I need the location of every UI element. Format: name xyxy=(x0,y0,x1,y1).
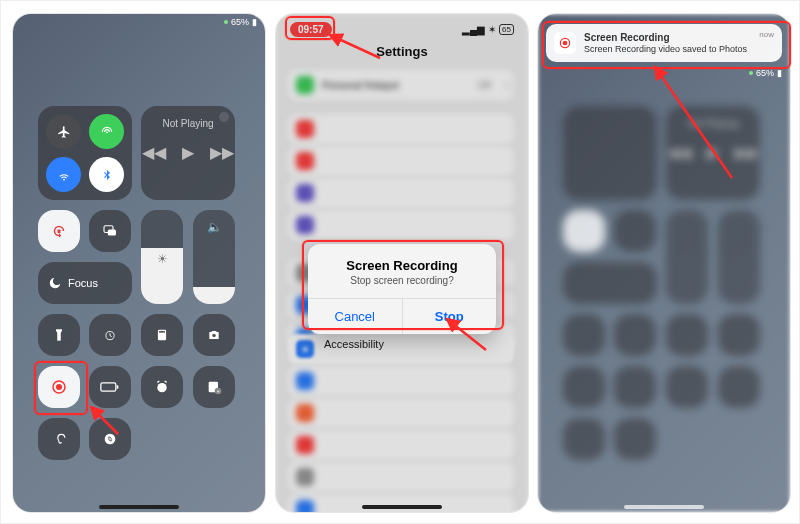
brightness-slider[interactable]: ☀ xyxy=(141,210,183,304)
previous-track-icon[interactable]: ◀◀ xyxy=(142,143,166,162)
svg-rect-5 xyxy=(159,331,165,333)
highlight-notification xyxy=(542,21,791,69)
home-indicator[interactable] xyxy=(362,505,442,509)
svg-rect-2 xyxy=(108,230,116,236)
wifi-toggle[interactable] xyxy=(46,157,81,192)
tutorial-three-panel: 65% ▮ Not Playing ◀◀ ▶ ▶▶ xyxy=(0,0,800,524)
battery-percent: 65% xyxy=(231,17,249,27)
alarm-toggle[interactable] xyxy=(141,366,183,408)
low-power-toggle[interactable] xyxy=(89,366,131,408)
airplay-icon[interactable] xyxy=(219,112,229,122)
status-bar: 65% ▮ xyxy=(749,68,782,78)
battery-icon: ▮ xyxy=(777,68,782,78)
phone-control-center: 65% ▮ Not Playing ◀◀ ▶ ▶▶ xyxy=(13,14,265,512)
volume-slider[interactable]: 🔈 xyxy=(193,210,235,304)
connectivity-tile xyxy=(38,106,132,200)
svg-text:+: + xyxy=(217,389,220,394)
screen-mirroring-toggle[interactable] xyxy=(89,210,131,252)
home-indicator[interactable] xyxy=(99,505,179,509)
moon-icon xyxy=(48,276,62,290)
highlight-dialog xyxy=(302,240,504,330)
recording-indicator-dot xyxy=(224,20,228,24)
highlight-record-button xyxy=(34,361,88,415)
battery-percent: 65% xyxy=(756,68,774,78)
svg-rect-9 xyxy=(101,383,116,391)
recording-indicator-dot xyxy=(749,71,753,75)
now-playing-tile[interactable]: Not Playing ◀◀ ▶ ▶▶ xyxy=(141,106,235,200)
timer-toggle[interactable] xyxy=(89,314,131,356)
notes-toggle[interactable]: + xyxy=(193,366,235,408)
speaker-icon: 🔈 xyxy=(207,220,222,234)
focus-toggle[interactable]: Focus xyxy=(38,262,132,304)
svg-point-11 xyxy=(157,383,166,392)
svg-rect-10 xyxy=(117,385,119,388)
cellular-data-toggle[interactable] xyxy=(89,114,124,149)
rotation-lock-toggle[interactable] xyxy=(38,210,80,252)
flashlight-toggle[interactable] xyxy=(38,314,80,356)
status-bar: 65% ▮ xyxy=(224,17,257,27)
camera-toggle[interactable] xyxy=(193,314,235,356)
calculator-toggle[interactable] xyxy=(141,314,183,356)
shazam-toggle[interactable] xyxy=(89,418,131,460)
battery-icon: ▮ xyxy=(252,17,257,27)
next-track-icon[interactable]: ▶▶ xyxy=(210,143,234,162)
svg-point-6 xyxy=(212,334,216,338)
sun-icon: ☀ xyxy=(157,252,168,266)
bluetooth-toggle[interactable] xyxy=(89,157,124,192)
airplane-mode-toggle[interactable] xyxy=(46,114,81,149)
play-icon[interactable]: ▶ xyxy=(182,143,194,162)
media-controls: ◀◀ ▶ ▶▶ xyxy=(141,143,235,162)
highlight-time-pill xyxy=(285,16,335,40)
home-indicator[interactable] xyxy=(624,505,704,509)
svg-point-15 xyxy=(105,434,116,445)
svg-rect-0 xyxy=(58,230,61,234)
focus-label: Focus xyxy=(68,277,98,289)
hearing-toggle[interactable] xyxy=(38,418,80,460)
phone-notification: 65% ▮ Not Playing◀◀▶▶▶ xyxy=(538,14,790,512)
